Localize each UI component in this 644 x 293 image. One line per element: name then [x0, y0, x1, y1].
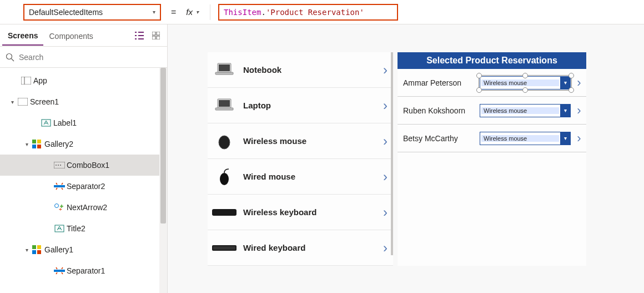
chevron-right-icon[interactable]: › — [383, 240, 388, 256]
svg-rect-12 — [32, 145, 36, 148]
svg-rect-38 — [213, 246, 235, 250]
combobox[interactable]: Wireless mouse▾ — [480, 132, 571, 145]
search-icon — [6, 53, 14, 62]
tree-item-separator1[interactable]: Separator1 — [0, 260, 167, 281]
tree-item-app[interactable]: App — [0, 70, 167, 91]
svg-point-19 — [55, 204, 59, 208]
formula-token-object: ThisItem — [224, 8, 261, 17]
gallery-icon — [31, 140, 43, 148]
list-item[interactable]: Notebook› — [208, 52, 393, 88]
formula-bar: DefaultSelectedItems ▾ = fx ▾ ThisItem.'… — [0, 0, 644, 24]
search-input[interactable] — [19, 53, 162, 62]
list-view-icon[interactable] — [133, 29, 146, 42]
panel-tabs: Screens Components — [0, 24, 167, 47]
combobox-value: Wireless mouse — [481, 135, 559, 142]
tree-item-label1[interactable]: Label1 — [0, 112, 167, 133]
tab-components[interactable]: Components — [43, 26, 98, 45]
tree-item-combobox1[interactable]: ComboBox1 — [0, 155, 167, 176]
chevron-right-icon[interactable]: › — [574, 103, 584, 118]
chevron-down-icon[interactable]: ▾ — [560, 77, 570, 89]
svg-point-4 — [7, 53, 12, 59]
chevron-down-icon[interactable]: ▾ — [560, 132, 570, 145]
formula-token-dot: . — [261, 8, 265, 17]
tree-item-label: Gallery1 — [43, 245, 73, 254]
svg-line-5 — [12, 58, 14, 61]
chevron-right-icon[interactable]: › — [383, 98, 388, 113]
svg-rect-26 — [54, 270, 65, 272]
expand-caret-icon[interactable]: ▾ — [22, 141, 31, 147]
chevron-right-icon[interactable]: › — [383, 205, 388, 220]
chevron-down-icon: ▾ — [153, 9, 155, 15]
reservation-row: Ammar PetersonWireless mouse▾› — [398, 69, 586, 97]
chevron-right-icon[interactable]: › — [574, 131, 584, 146]
tree-item-gallery2[interactable]: ▾Gallery2 — [0, 133, 167, 155]
separator-icon — [53, 182, 66, 191]
person-name: Ruben Kokshoorn — [403, 106, 476, 115]
gallery1[interactable]: Notebook›Laptop›Wireless mouse›Wired mou… — [208, 52, 393, 266]
tree-item-separator2[interactable]: Separator2 — [0, 176, 167, 197]
combobox-icon — [53, 162, 66, 168]
svg-rect-8 — [18, 98, 28, 106]
scrollbar-thumb[interactable] — [160, 68, 166, 224]
combobox[interactable]: Wireless mouse▾ — [480, 104, 571, 117]
property-selector[interactable]: DefaultSelectedItems ▾ — [23, 4, 161, 21]
combobox-value: Wireless mouse — [481, 107, 559, 114]
canvas: Notebook›Laptop›Wireless mouse›Wired mou… — [168, 24, 644, 293]
separator-icon — [53, 266, 66, 275]
svg-rect-1 — [157, 32, 160, 35]
tab-screens[interactable]: Screens — [2, 26, 43, 46]
app-icon — [20, 77, 32, 85]
list-item[interactable]: Wireless mouse› — [208, 123, 393, 159]
tree-item-label: NextArrow2 — [66, 203, 107, 212]
list-item[interactable]: Wired keyboard› — [208, 230, 393, 266]
chevron-right-icon[interactable]: › — [383, 133, 388, 149]
chevron-right-icon[interactable]: › — [574, 76, 584, 90]
svg-point-17 — [60, 165, 61, 166]
equals-sign: = — [169, 7, 178, 17]
reservation-row: Ruben KokshoornWireless mouse▾› — [398, 97, 586, 125]
svg-rect-18 — [54, 185, 65, 187]
product-image — [211, 95, 238, 117]
tree-item-label: Label1 — [52, 118, 77, 127]
tree-item-title2[interactable]: Title2 — [0, 218, 167, 239]
svg-rect-29 — [215, 72, 233, 75]
expand-caret-icon[interactable]: ▾ — [22, 247, 31, 253]
reservation-row: Betsy McCarthyWireless mouse▾› — [398, 125, 586, 152]
combobox[interactable]: Wireless mouse▾ — [480, 76, 571, 90]
grid-view-icon[interactable] — [149, 29, 163, 42]
product-image — [211, 166, 238, 188]
chevron-right-icon[interactable]: › — [383, 62, 388, 78]
tree-item-screen1[interactable]: ▾Screen1 — [0, 91, 167, 112]
tree: App▾Screen1Label1▾Gallery2ComboBox1Separ… — [0, 68, 167, 293]
formula-input[interactable]: ThisItem.'Product Reservation' — [218, 4, 398, 21]
scrollbar[interactable] — [159, 68, 167, 293]
fx-button[interactable]: fx ▾ — [186, 7, 202, 17]
vertical-scrollbar[interactable] — [391, 52, 393, 266]
list-item[interactable]: Laptop› — [208, 88, 393, 123]
svg-rect-0 — [152, 32, 155, 35]
chevron-down-icon: ▾ — [196, 9, 199, 15]
chevron-right-icon[interactable]: › — [383, 169, 388, 185]
tree-view-panel: Screens Components App▾Screen1Label1▾Gal… — [0, 24, 168, 293]
tree-item-gallery1[interactable]: ▾Gallery1 — [0, 239, 167, 260]
gallery2[interactable]: Selected Product Reservations Ammar Pete… — [398, 52, 586, 266]
gallery2-header: Selected Product Reservations — [398, 52, 586, 69]
svg-point-15 — [56, 165, 57, 166]
expand-caret-icon[interactable]: ▾ — [8, 99, 17, 105]
svg-point-35 — [220, 173, 229, 185]
tree-item-nextarrow2[interactable]: +NextArrow2 — [0, 197, 167, 218]
product-title: Wireless mouse — [238, 136, 383, 146]
product-image — [211, 237, 238, 259]
label-icon — [40, 118, 52, 127]
tree-item-label: Gallery2 — [43, 140, 73, 148]
svg-rect-28 — [219, 64, 230, 71]
list-item[interactable]: Wired mouse› — [208, 159, 393, 195]
chevron-down-icon[interactable]: ▾ — [560, 105, 570, 117]
list-item[interactable]: Wireless keyboard› — [208, 195, 393, 230]
svg-rect-31 — [219, 100, 230, 107]
person-name: Betsy McCarthy — [403, 134, 476, 143]
product-image — [211, 130, 238, 152]
svg-rect-10 — [32, 140, 36, 143]
product-title: Notebook — [238, 65, 383, 75]
scrollbar-thumb[interactable] — [391, 52, 393, 255]
